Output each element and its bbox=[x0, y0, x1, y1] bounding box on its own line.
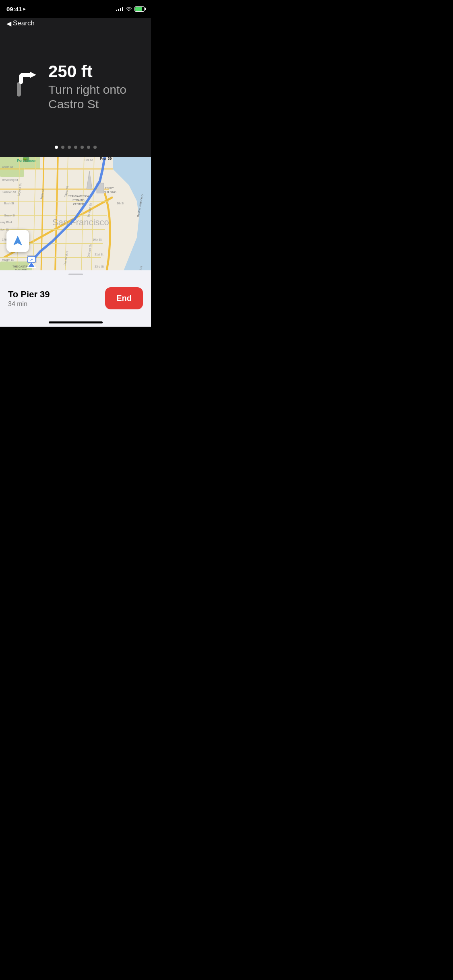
distance-text: 250 ft bbox=[48, 62, 143, 81]
end-button[interactable]: End bbox=[105, 287, 143, 309]
svg-text:9th St: 9th St bbox=[117, 202, 124, 205]
svg-text:TRANSAMERICA: TRANSAMERICA bbox=[68, 195, 89, 198]
svg-text:PYRAMID: PYRAMID bbox=[72, 199, 85, 202]
svg-text:21st St: 21st St bbox=[95, 253, 103, 256]
page-dots bbox=[0, 146, 151, 157]
svg-text:Haight St: Haight St bbox=[2, 258, 14, 261]
status-right bbox=[116, 6, 145, 12]
svg-text:Jackson St: Jackson St bbox=[2, 191, 16, 194]
location-button[interactable] bbox=[6, 230, 29, 252]
svg-text:THE CASTRO: THE CASTRO bbox=[12, 265, 29, 268]
bottom-bar: To Pier 39 34 min End bbox=[0, 270, 151, 327]
svg-text:Union St: Union St bbox=[2, 165, 13, 168]
status-time: 09:41 bbox=[6, 6, 22, 12]
wifi-icon bbox=[126, 6, 132, 12]
svg-text:Broadway St: Broadway St bbox=[2, 179, 18, 182]
destination-label: To Pier 39 bbox=[8, 289, 50, 300]
svg-text:ilton St: ilton St bbox=[0, 228, 8, 231]
back-button[interactable]: ◀ Search bbox=[6, 19, 35, 27]
dot-7 bbox=[93, 146, 97, 149]
back-chevron-icon: ◀ bbox=[6, 20, 11, 27]
status-left: 09:41 ▸ bbox=[6, 6, 26, 12]
svg-text:eary Blvd: eary Blvd bbox=[0, 221, 12, 224]
dot-6 bbox=[87, 146, 90, 149]
home-indicator bbox=[49, 321, 103, 323]
svg-text:Geary St: Geary St bbox=[4, 214, 15, 217]
svg-text:San Francisco: San Francisco bbox=[52, 217, 109, 227]
svg-text:BUILDING: BUILDING bbox=[104, 191, 116, 194]
dot-2 bbox=[61, 146, 64, 149]
svg-text:🌳: 🌳 bbox=[23, 157, 27, 161]
svg-text:↗: ↗ bbox=[30, 258, 33, 262]
bottom-content: To Pier 39 34 min End bbox=[0, 275, 151, 321]
dot-4 bbox=[74, 146, 77, 149]
svg-text:Bush St: Bush St bbox=[4, 202, 14, 205]
street-text: Turn right onto Castro St bbox=[48, 82, 143, 111]
svg-text:Fell St: Fell St bbox=[85, 159, 93, 161]
svg-text:23rd St: 23rd St bbox=[95, 265, 104, 268]
eta-label: 34 min bbox=[8, 301, 50, 308]
destination-info: To Pier 39 34 min bbox=[8, 289, 50, 308]
instruction-text: 250 ft Turn right onto Castro St bbox=[48, 62, 143, 111]
svg-marker-1 bbox=[30, 72, 36, 78]
dot-1 bbox=[55, 146, 58, 149]
battery-icon bbox=[134, 6, 145, 12]
turn-icon bbox=[8, 70, 40, 104]
svg-text:CENTER: CENTER bbox=[73, 203, 84, 206]
signal-icon bbox=[116, 6, 123, 11]
location-arrow-icon bbox=[12, 235, 23, 247]
svg-rect-0 bbox=[17, 82, 21, 97]
svg-text:16th St: 16th St bbox=[93, 238, 101, 241]
dot-3 bbox=[68, 146, 71, 149]
svg-text:FERRY: FERRY bbox=[105, 187, 114, 189]
svg-text:Pier 39: Pier 39 bbox=[100, 156, 112, 161]
location-status-icon: ▸ bbox=[23, 6, 26, 12]
status-bar: 09:41 ▸ bbox=[0, 0, 151, 18]
dot-5 bbox=[81, 146, 84, 149]
back-label: Search bbox=[13, 19, 35, 27]
